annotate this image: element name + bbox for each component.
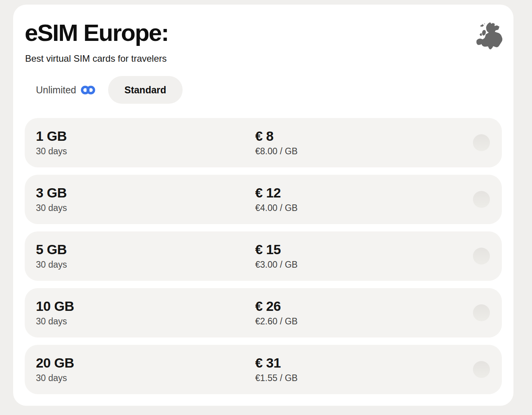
tab-unlimited-label: Unlimited — [36, 84, 76, 96]
plan-price-per-gb: €2.60 / GB — [255, 316, 298, 327]
plan-price: € 8 — [255, 129, 298, 144]
plan-info: 1 GB 30 days — [36, 129, 67, 157]
plan-info: 3 GB 30 days — [36, 186, 67, 213]
plan-price-column: € 26 €2.60 / GB — [255, 299, 298, 327]
plan-data-amount: 20 GB — [36, 356, 74, 371]
plan-data-amount: 10 GB — [36, 299, 74, 314]
esim-europe-card: eSIM Europe: Best virtual SIM cards for … — [13, 5, 513, 406]
plan-price-per-gb: €3.00 / GB — [255, 260, 298, 270]
plan-radio-button[interactable] — [473, 361, 490, 378]
plan-price-column: € 8 €8.00 / GB — [255, 129, 298, 157]
plan-price-column: € 15 €3.00 / GB — [255, 242, 298, 270]
tab-standard-label: Standard — [124, 84, 166, 96]
plans-list: 1 GB 30 days € 8 €8.00 / GB 3 GB 30 days… — [25, 118, 502, 402]
plan-duration: 30 days — [36, 316, 74, 327]
plan-data-amount: 1 GB — [36, 129, 67, 144]
plan-data-amount: 5 GB — [36, 242, 67, 257]
europe-map-icon — [474, 22, 505, 50]
plan-price-column: € 31 €1.55 / GB — [255, 356, 298, 383]
plan-row[interactable]: 10 GB 30 days € 26 €2.60 / GB — [25, 288, 502, 337]
tab-standard[interactable]: Standard — [108, 76, 182, 104]
plan-row[interactable]: 3 GB 30 days € 12 €4.00 / GB — [25, 175, 502, 224]
page-title: eSIM Europe: — [25, 20, 168, 45]
plan-price-per-gb: €1.55 / GB — [255, 373, 298, 383]
plan-price: € 26 — [255, 299, 298, 314]
plan-price-per-gb: €8.00 / GB — [255, 146, 298, 157]
plan-row[interactable]: 5 GB 30 days € 15 €3.00 / GB — [25, 231, 502, 281]
plan-duration: 30 days — [36, 203, 67, 213]
plan-price: € 15 — [255, 242, 298, 257]
plan-info: 5 GB 30 days — [36, 242, 67, 270]
plan-row[interactable]: 20 GB 30 days € 31 €1.55 / GB — [25, 345, 502, 394]
plan-radio-button[interactable] — [473, 134, 490, 151]
plan-info: 10 GB 30 days — [36, 299, 74, 327]
infinity-icon — [81, 85, 95, 95]
plan-radio-button[interactable] — [473, 191, 490, 208]
plan-info: 20 GB 30 days — [36, 356, 74, 383]
plan-price-column: € 12 €4.00 / GB — [255, 186, 298, 213]
plan-price: € 12 — [255, 186, 298, 201]
plan-radio-button[interactable] — [473, 248, 490, 265]
plan-type-tabs: Unlimited Standard — [36, 76, 183, 104]
page-subtitle: Best virtual SIM cards for travelers — [25, 53, 167, 64]
plan-duration: 30 days — [36, 146, 67, 157]
tab-unlimited[interactable]: Unlimited — [36, 84, 95, 96]
plan-price-per-gb: €4.00 / GB — [255, 203, 298, 213]
plan-duration: 30 days — [36, 260, 67, 270]
plan-duration: 30 days — [36, 373, 74, 383]
plan-row[interactable]: 1 GB 30 days € 8 €8.00 / GB — [25, 118, 502, 167]
plan-price: € 31 — [255, 356, 298, 371]
plan-radio-button[interactable] — [473, 304, 490, 321]
plan-data-amount: 3 GB — [36, 186, 67, 201]
